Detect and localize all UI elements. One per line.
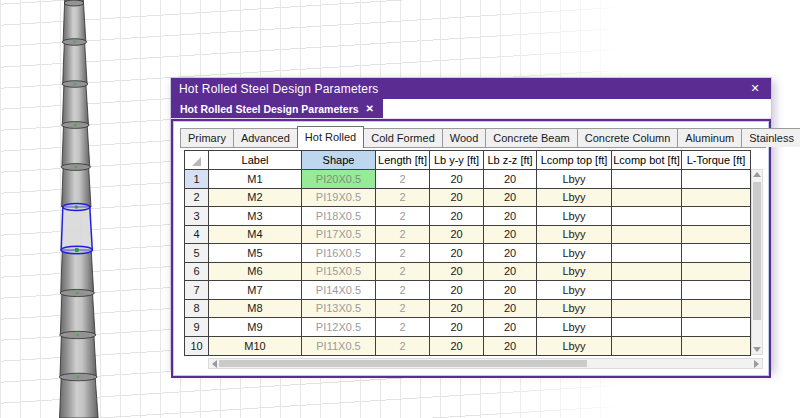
cell-l_torque[interactable] — [682, 207, 750, 225]
cell-l_torque[interactable] — [682, 189, 750, 207]
cell-label[interactable]: M8 — [209, 300, 302, 318]
pole-segment[interactable] — [60, 377, 99, 418]
cell-lcomp_bot[interactable] — [612, 226, 682, 244]
cell-length[interactable]: 2 — [376, 189, 430, 207]
cell-lcomp_top[interactable]: Lbyy — [537, 189, 612, 207]
cell-lb_zz[interactable]: 20 — [484, 318, 537, 336]
cell-lb_yy[interactable]: 20 — [430, 189, 484, 207]
cell-l_torque[interactable] — [682, 170, 750, 188]
cell-l_torque[interactable] — [682, 244, 750, 262]
column-header-lcomp_top[interactable]: Lcomp top [ft] — [537, 151, 612, 169]
row-number[interactable]: 7 — [185, 281, 209, 299]
cell-label[interactable]: M3 — [209, 207, 302, 225]
tab-wood[interactable]: Wood — [442, 128, 487, 147]
cell-lb_yy[interactable]: 20 — [430, 281, 484, 299]
column-header-lcomp_bot[interactable]: Lcomp bot [ft] — [612, 151, 682, 169]
cell-lb_yy[interactable]: 20 — [430, 300, 484, 318]
column-header-length[interactable]: Length [ft] — [376, 151, 430, 169]
row-number[interactable]: 1 — [185, 170, 209, 188]
row-number[interactable]: 4 — [185, 226, 209, 244]
cell-lb_zz[interactable]: 20 — [484, 189, 537, 207]
cell-label[interactable]: M1 — [209, 170, 302, 188]
cell-label[interactable]: M2 — [209, 189, 302, 207]
row-number[interactable]: 9 — [185, 318, 209, 336]
pole-segment[interactable] — [62, 125, 90, 167]
tab-primary[interactable]: Primary — [180, 128, 234, 147]
dialog-titlebar[interactable]: Hot Rolled Steel Design Parameters ✕ — [171, 78, 771, 99]
column-header-l_torque[interactable]: L-Torque [ft] — [682, 151, 750, 169]
cell-lcomp_top[interactable]: Lbyy — [537, 318, 612, 336]
cell-lcomp_bot[interactable] — [612, 263, 682, 281]
cell-lb_yy[interactable]: 20 — [430, 263, 484, 281]
cell-lb_zz[interactable]: 20 — [484, 263, 537, 281]
doc-tab-close-icon[interactable]: ✕ — [366, 103, 374, 114]
cell-lcomp_bot[interactable] — [612, 207, 682, 225]
horizontal-scroll-thumb[interactable] — [219, 360, 587, 367]
cell-label[interactable]: M9 — [209, 318, 302, 336]
cell-lb_yy[interactable]: 20 — [430, 318, 484, 336]
row-number[interactable]: 10 — [185, 337, 209, 356]
cell-lcomp_top[interactable]: Lbyy — [537, 263, 612, 281]
select-all-corner[interactable] — [185, 151, 209, 169]
cell-lb_zz[interactable]: 20 — [484, 226, 537, 244]
cell-label[interactable]: M5 — [209, 244, 302, 262]
pole-segment[interactable] — [62, 167, 91, 207]
cell-lcomp_top[interactable]: Lbyy — [537, 244, 612, 262]
cell-lb_zz[interactable]: 20 — [484, 281, 537, 299]
cell-lb_zz[interactable]: 20 — [484, 244, 537, 262]
doc-tab-hot-rolled-steel-design-parameters[interactable]: Hot Rolled Steel Design Parameters ✕ — [171, 99, 383, 118]
cell-length[interactable]: 2 — [376, 300, 430, 318]
cell-lcomp_top[interactable]: Lbyy — [537, 300, 612, 318]
tab-concrete-beam[interactable]: Concrete Beam — [485, 128, 577, 147]
cell-length[interactable]: 2 — [376, 170, 430, 188]
row-number[interactable]: 3 — [185, 207, 209, 225]
cell-l_torque[interactable] — [682, 226, 750, 244]
cell-lb_yy[interactable]: 20 — [430, 226, 484, 244]
cell-lcomp_top[interactable]: Lbyy — [537, 207, 612, 225]
cell-lb_zz[interactable]: 20 — [484, 207, 537, 225]
cell-lb_yy[interactable]: 20 — [430, 337, 484, 356]
pole-segment[interactable] — [60, 335, 97, 377]
pole-segment[interactable] — [61, 250, 94, 293]
cell-label[interactable]: M7 — [209, 281, 302, 299]
cell-shape[interactable]: PI11X0.5 — [302, 337, 376, 356]
cell-shape[interactable]: PI13X0.5 — [302, 300, 376, 318]
cell-lb_yy[interactable]: 20 — [430, 170, 484, 188]
cell-shape[interactable]: PI16X0.5 — [302, 244, 376, 262]
close-icon[interactable]: ✕ — [747, 82, 763, 95]
scroll-up-icon[interactable] — [753, 172, 761, 177]
cell-lcomp_bot[interactable] — [612, 189, 682, 207]
cell-lb_zz[interactable]: 20 — [484, 300, 537, 318]
horizontal-scrollbar[interactable] — [208, 358, 763, 369]
cell-lcomp_top[interactable]: Lbyy — [537, 226, 612, 244]
cell-shape[interactable]: PI20X0.5 — [302, 170, 376, 188]
cell-lcomp_bot[interactable] — [612, 300, 682, 318]
cell-length[interactable]: 2 — [376, 318, 430, 336]
cell-lcomp_bot[interactable] — [612, 337, 682, 356]
column-header-lb_zz[interactable]: Lb z-z [ft] — [484, 151, 537, 169]
row-number[interactable]: 8 — [185, 300, 209, 318]
pole-segment[interactable] — [62, 84, 88, 125]
cell-l_torque[interactable] — [682, 337, 750, 356]
cell-length[interactable]: 2 — [376, 244, 430, 262]
cell-label[interactable]: M4 — [209, 226, 302, 244]
cell-shape[interactable]: PI19X0.5 — [302, 189, 376, 207]
cell-lb_yy[interactable]: 20 — [430, 207, 484, 225]
cell-lcomp_bot[interactable] — [612, 318, 682, 336]
scroll-right-icon[interactable] — [754, 360, 759, 368]
cell-lcomp_top[interactable]: Lbyy — [537, 337, 612, 356]
column-header-shape[interactable]: Shape — [302, 151, 376, 169]
cell-lcomp_bot[interactable] — [612, 170, 682, 188]
cell-length[interactable]: 2 — [376, 281, 430, 299]
column-header-lb_yy[interactable]: Lb y-y [ft] — [430, 151, 484, 169]
column-header-label[interactable]: Label — [209, 151, 302, 169]
cell-lcomp_bot[interactable] — [612, 281, 682, 299]
scroll-left-icon[interactable] — [212, 360, 217, 368]
pole-3d-model[interactable] — [0, 0, 160, 418]
cell-label[interactable]: M6 — [209, 263, 302, 281]
tab-concrete-column[interactable]: Concrete Column — [577, 128, 679, 147]
cell-shape[interactable]: PI18X0.5 — [302, 207, 376, 225]
row-number[interactable]: 5 — [185, 244, 209, 262]
tab-hot-rolled[interactable]: Hot Rolled — [297, 126, 364, 148]
row-number[interactable]: 2 — [185, 189, 209, 207]
